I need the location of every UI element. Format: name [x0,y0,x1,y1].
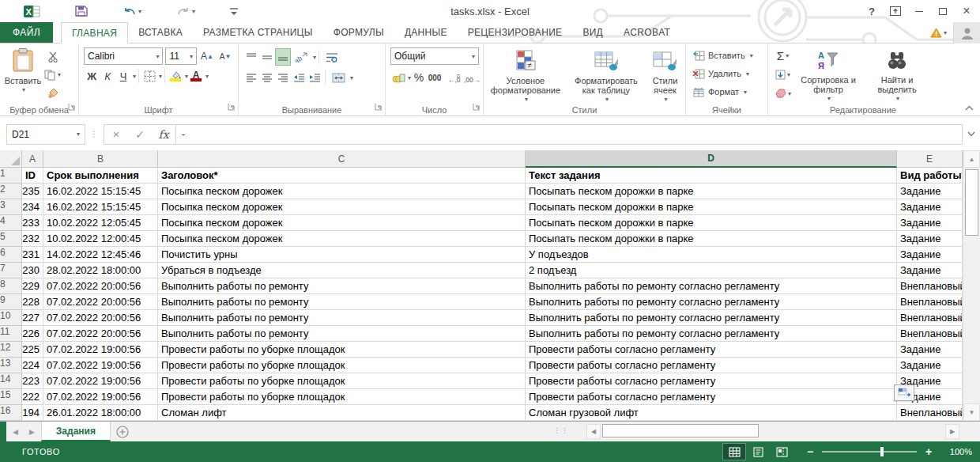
scroll-left-icon[interactable]: ◀ [586,424,601,439]
undo-icon[interactable]: ▾ [118,2,146,21]
font-name-select[interactable]: Calibri▾ [84,47,163,65]
format-painter-icon[interactable] [44,85,61,102]
decrease-font-icon[interactable]: А▼ [217,47,233,65]
vertical-scroll-thumb[interactable] [965,169,978,236]
fill-icon[interactable]: ▾ [775,66,791,83]
name-box[interactable]: D21▾ [6,124,85,145]
format-cells-caret[interactable]: ▾ [744,89,747,96]
paste-button[interactable]: Вставить ▾ [2,45,44,102]
maximize-icon[interactable] [931,2,955,21]
cell[interactable]: Провести работы согласно регламенту [526,342,897,358]
excel-logo-icon[interactable]: X [19,2,45,21]
cell[interactable]: Выполнить работы по ремонту [158,310,526,326]
cell[interactable]: Провести работы согласно регламенту [526,389,897,405]
cell[interactable]: Выполнить работы по ремонту [158,326,526,342]
select-all-corner[interactable] [0,150,22,168]
row-number[interactable]: 3 [0,199,22,215]
cell[interactable]: Внеплановый [897,278,963,294]
horizontal-scrollbar[interactable]: ◀ ▶ [586,424,959,439]
autosum-icon[interactable]: Σ▾ [775,47,791,64]
close-icon[interactable]: × [955,2,978,21]
cell[interactable]: 07.02.2022 19:00:56 [43,373,158,389]
cell[interactable]: 07.02.2022 20:00:56 [43,326,158,342]
cell[interactable]: Посыпка песком дорожек [158,231,526,247]
insert-cells-caret[interactable]: ▾ [750,52,753,59]
formula-bar-splitter[interactable]: ⋮ [90,130,99,138]
cell[interactable]: Посыпать песком дорожки в парке [526,231,897,247]
cell[interactable]: ID [22,168,43,184]
cancel-icon[interactable]: × [104,127,128,141]
font-dialog-launcher-icon[interactable] [228,100,236,114]
zoom-slider-thumb[interactable] [880,447,884,456]
cell[interactable]: Выполнить работы по ремонту [158,294,526,310]
sheet-tab-zadaniya[interactable]: Задания [41,422,111,441]
underline-caret[interactable]: ▾ [133,73,136,80]
cell[interactable]: Посыпать песком дорожки в парке [526,184,897,199]
valign-bottom-icon[interactable] [275,48,291,66]
row-number[interactable]: 14 [0,373,22,389]
ribbon-tab[interactable]: ACROBAT [613,22,680,43]
autosum-caret[interactable]: ▾ [786,52,789,59]
valign-middle-icon[interactable] [259,48,275,66]
cell[interactable]: 233 [22,215,43,231]
row-number[interactable]: 1 [0,168,22,184]
notification-caret[interactable]: ▾ [944,29,947,36]
expand-formula-bar-icon[interactable] [963,130,980,138]
cell[interactable]: Выполнить работы по ремонту согласно рег… [526,278,897,294]
undo-dropdown-caret[interactable]: ▾ [138,8,141,15]
cell[interactable]: 231 [22,247,43,263]
cell[interactable]: Задание [897,342,963,358]
conditional-formatting-caret[interactable]: ▾ [525,95,528,104]
cell[interactable]: 26.01.2022 18:00:00 [43,405,158,421]
cell[interactable]: Выполнить работы по ремонту согласно рег… [526,310,897,326]
zoom-level[interactable]: 100% [944,447,972,456]
enter-icon[interactable]: ✓ [128,128,152,141]
percent-icon[interactable]: % [411,69,427,86]
notification-warning-icon[interactable]: ▾ [924,28,953,38]
clear-icon[interactable]: ▾ [775,85,791,102]
align-right-icon[interactable] [275,69,291,86]
cell[interactable]: 16.02.2022 15:15:45 [43,199,158,215]
column-header-c[interactable]: C [158,150,526,168]
merge-caret[interactable]: ▾ [350,74,353,81]
cell[interactable]: Провести работы согласно регламенту [526,373,897,389]
horizontal-scroll-thumb[interactable] [602,424,759,437]
align-center-icon[interactable] [259,69,275,86]
cell-styles-caret[interactable]: ▾ [664,95,667,104]
cell[interactable]: Задание [897,358,963,373]
ribbon-tab[interactable]: РЕЦЕНЗИРОВАНИЕ [458,22,573,43]
underline-button[interactable]: Ч [115,67,131,85]
cell[interactable]: 07.02.2022 19:00:56 [43,342,158,358]
row-number[interactable]: 2 [0,184,22,199]
clear-caret[interactable]: ▾ [788,90,791,97]
cell[interactable]: Выполнить работы по ремонту [158,278,526,294]
cell[interactable]: Задание [897,263,963,278]
cell[interactable]: 223 [22,373,43,389]
cell[interactable]: Посыпка песком дорожек [158,184,526,199]
cell[interactable]: 16.02.2022 15:15:45 [43,184,158,199]
font-color-caret[interactable]: ▾ [205,73,209,80]
zoom-out-icon[interactable]: − [805,445,816,458]
cell[interactable]: Посыпать песком дорожки в парке [526,199,897,215]
formula-input[interactable]: - [176,124,963,145]
increase-decimal-icon[interactable]: ←,00 [447,69,463,86]
ribbon-tab[interactable]: ВИД [572,22,613,43]
minimize-icon[interactable] [907,2,931,21]
zoom-in-icon[interactable]: + [923,445,934,458]
tab-home[interactable]: ГЛАВНАЯ [61,22,128,44]
cell[interactable]: Заголовок* [158,168,526,184]
row-number[interactable]: 5 [0,231,22,247]
orientation-icon[interactable]: ab [291,48,311,66]
cell[interactable]: 235 [22,184,43,199]
cell[interactable]: Срок выполнения [43,168,158,184]
row-number[interactable]: 15 [0,389,22,405]
copy-icon[interactable]: ▾ [44,66,61,83]
copy-caret[interactable]: ▾ [58,71,61,78]
row-number[interactable]: 11 [0,326,22,342]
delete-cells-caret[interactable]: ▾ [746,70,749,78]
ribbon-tab[interactable]: ФОРМУЛЫ [323,22,394,43]
sheet-nav-right-icon[interactable]: ▶ [29,428,35,436]
cell[interactable]: Посыпать песком дорожки в парке [526,215,897,231]
sheet-nav-left-icon[interactable]: ◀ [13,428,18,436]
cell[interactable]: 07.02.2022 19:00:56 [43,389,158,405]
